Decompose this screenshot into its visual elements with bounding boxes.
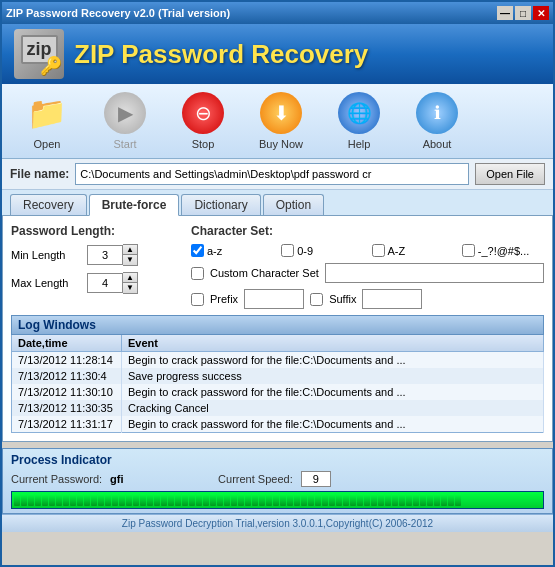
- progress-segment: [112, 494, 118, 506]
- start-button[interactable]: ▶ Start: [90, 89, 160, 154]
- charset-az-item[interactable]: a-z: [191, 244, 273, 257]
- about-button[interactable]: ℹ About: [402, 89, 472, 154]
- min-length-down-button[interactable]: ▼: [123, 255, 137, 265]
- progress-segment: [154, 494, 160, 506]
- tab-brute-force[interactable]: Brute-force: [89, 194, 180, 216]
- banner-title-recovery: Recovery: [244, 39, 368, 69]
- current-password-value: gfi: [110, 473, 150, 485]
- password-length-title: Password Length:: [11, 224, 171, 238]
- open-file-button[interactable]: Open File: [475, 163, 545, 185]
- minimize-button[interactable]: —: [497, 6, 513, 20]
- prefix-input[interactable]: [244, 289, 304, 309]
- custom-charset-row: Custom Character Set: [191, 263, 544, 283]
- progress-segment: [273, 494, 279, 506]
- max-length-down-button[interactable]: ▼: [123, 283, 137, 293]
- progress-segment: [252, 494, 258, 506]
- progress-segment: [266, 494, 272, 506]
- start-label: Start: [113, 138, 136, 150]
- tab-option[interactable]: Option: [263, 194, 324, 215]
- suffix-label: Suffix: [329, 293, 356, 305]
- progress-segment: [315, 494, 321, 506]
- progress-segment: [308, 494, 314, 506]
- banner-title-zip: ZIP: [74, 39, 121, 69]
- progress-segment: [98, 494, 104, 506]
- open-button[interactable]: 📁 Open: [12, 89, 82, 154]
- charset-09-checkbox[interactable]: [281, 244, 294, 257]
- progress-segment: [28, 494, 34, 506]
- process-indicator-title: Process Indicator: [11, 453, 544, 467]
- progress-segment: [364, 494, 370, 506]
- tabs-bar: Recovery Brute-force Dictionary Option: [2, 190, 553, 216]
- min-length-up-button[interactable]: ▲: [123, 245, 137, 255]
- charset-AZ-checkbox[interactable]: [372, 244, 385, 257]
- charset-AZ-item[interactable]: A-Z: [372, 244, 454, 257]
- title-bar-buttons: — □ ✕: [497, 6, 549, 20]
- header-banner: zip ZIP Password Recovery: [2, 24, 553, 84]
- charset-09-item[interactable]: 0-9: [281, 244, 363, 257]
- tab-dictionary[interactable]: Dictionary: [181, 194, 260, 215]
- title-bar: ZIP Password Recovery v2.0 (Trial versio…: [2, 2, 553, 24]
- tab-recovery[interactable]: Recovery: [10, 194, 87, 215]
- help-label: Help: [348, 138, 371, 150]
- progress-segment: [378, 494, 384, 506]
- min-length-row: Min Length ▲ ▼: [11, 244, 171, 266]
- character-set-section: Character Set: a-z 0-9 A-Z: [191, 224, 544, 309]
- max-length-spinner: ▲ ▼: [87, 272, 138, 294]
- log-col-datetime: Date,time: [12, 335, 122, 352]
- progress-bar-container: [11, 491, 544, 509]
- progress-segment: [105, 494, 111, 506]
- table-row: 7/13/2012 11:30:35Cracking Cancel: [12, 400, 544, 416]
- charset-az-checkbox[interactable]: [191, 244, 204, 257]
- file-name-input[interactable]: [75, 163, 469, 185]
- help-button[interactable]: 🌐 Help: [324, 89, 394, 154]
- log-cell-datetime: 7/13/2012 11:31:17: [12, 416, 122, 433]
- min-length-input[interactable]: [87, 245, 123, 265]
- progress-segment: [434, 494, 440, 506]
- prefix-checkbox[interactable]: [191, 293, 204, 306]
- open-label: Open: [34, 138, 61, 150]
- progress-segment: [343, 494, 349, 506]
- charset-special-item[interactable]: -_?!@#$...: [462, 244, 544, 257]
- progress-segment: [77, 494, 83, 506]
- log-col-event: Event: [122, 335, 544, 352]
- table-row: 7/13/2012 11:28:14Begin to crack passwor…: [12, 352, 544, 369]
- progress-segment: [91, 494, 97, 506]
- charset-AZ-label: A-Z: [388, 245, 406, 257]
- max-length-row: Max Length ▲ ▼: [11, 272, 171, 294]
- buynow-button[interactable]: ⬇ Buy Now: [246, 89, 316, 154]
- suffix-input[interactable]: [362, 289, 422, 309]
- log-cell-event: Begin to crack password for the file:C:\…: [122, 384, 544, 400]
- progress-segment: [406, 494, 412, 506]
- progress-segment: [168, 494, 174, 506]
- banner-title: ZIP Password Recovery: [74, 39, 368, 70]
- folder-icon: 📁: [26, 92, 68, 134]
- maximize-button[interactable]: □: [515, 6, 531, 20]
- progress-segment: [84, 494, 90, 506]
- log-cell-datetime: 7/13/2012 11:30:35: [12, 400, 122, 416]
- progress-segment: [231, 494, 237, 506]
- max-length-input[interactable]: [87, 273, 123, 293]
- progress-segment: [448, 494, 454, 506]
- progress-segment: [280, 494, 286, 506]
- progress-segment: [399, 494, 405, 506]
- suffix-checkbox[interactable]: [310, 293, 323, 306]
- progress-bar: [12, 492, 543, 508]
- custom-charset-input[interactable]: [325, 263, 544, 283]
- toolbar: 📁 Open ▶ Start ⊖ Stop ⬇ Buy Now 🌐 Help ℹ…: [2, 84, 553, 159]
- close-button[interactable]: ✕: [533, 6, 549, 20]
- progress-segment: [455, 494, 461, 506]
- progress-segment: [182, 494, 188, 506]
- progress-segment: [196, 494, 202, 506]
- brute-force-panel: Password Length: Min Length ▲ ▼ Max Leng…: [2, 216, 553, 442]
- progress-segment: [322, 494, 328, 506]
- charset-special-checkbox[interactable]: [462, 244, 475, 257]
- min-length-spinner-btns: ▲ ▼: [123, 244, 138, 266]
- progress-segment: [238, 494, 244, 506]
- stop-button[interactable]: ⊖ Stop: [168, 89, 238, 154]
- custom-charset-checkbox[interactable]: [191, 267, 204, 280]
- progress-segment: [56, 494, 62, 506]
- max-length-up-button[interactable]: ▲: [123, 273, 137, 283]
- log-cell-datetime: 7/13/2012 11:30:4: [12, 368, 122, 384]
- current-password-label: Current Password:: [11, 473, 102, 485]
- log-cell-datetime: 7/13/2012 11:30:10: [12, 384, 122, 400]
